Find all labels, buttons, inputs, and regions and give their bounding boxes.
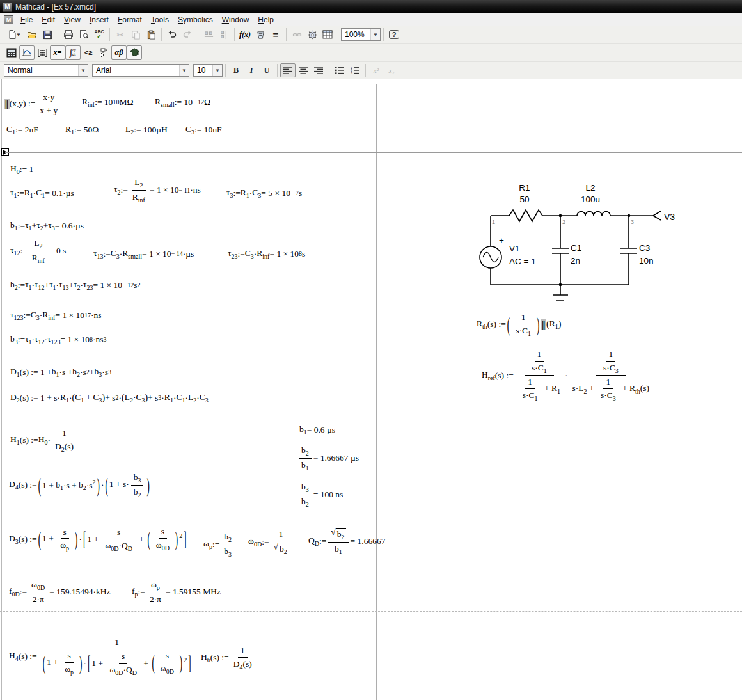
region-w0d[interactable]: ω0D := 1√b2	[248, 529, 293, 555]
font-dropdown-arrow-icon[interactable]: ▼	[179, 65, 189, 76]
region-b2b1-result[interactable]: b2b1 = 1.66667 µs	[297, 445, 359, 472]
align-down-icon	[219, 30, 229, 40]
subscript-icon: x₂	[389, 67, 395, 74]
paste-button[interactable]	[143, 28, 159, 42]
spell-check-button[interactable]: ABC✓	[91, 28, 107, 42]
bullet-list-icon	[335, 67, 344, 74]
matrix-palette-button[interactable]	[35, 45, 50, 60]
menu-view[interactable]: View	[59, 14, 85, 26]
region-b1-result[interactable]: b1 = 0.6 µs	[299, 424, 335, 436]
region-h1[interactable]: H1(s) := H0·1D2(s)	[10, 427, 78, 453]
numbered-list-button[interactable]: 123	[347, 63, 363, 77]
printer-icon	[63, 29, 74, 40]
zoom-combo[interactable]: 100% ▼	[341, 28, 381, 41]
document-icon[interactable]: M	[4, 15, 13, 24]
region-b2[interactable]: b2 := τ1·τ12 + τ1·τ13 + τ2·τ23 = 1 × 10−…	[10, 279, 141, 292]
zoom-dropdown-arrow-icon[interactable]: ▼	[370, 29, 380, 40]
toolbar-separator	[161, 28, 162, 41]
new-dropdown-arrow-icon[interactable]: ▼	[16, 32, 21, 38]
align-center-button[interactable]	[296, 63, 311, 77]
print-button[interactable]	[61, 28, 76, 42]
menu-help[interactable]: Help	[253, 14, 278, 26]
programming-palette-button[interactable]	[96, 45, 111, 60]
calculate-button[interactable]: =	[268, 28, 283, 42]
region-f0d[interactable]: f0D := ω0D2·π = 159.15494·kHz	[9, 579, 111, 605]
region-tau12[interactable]: τ12 := L2Rinf = 0 s	[10, 237, 66, 264]
align-right-button[interactable]	[311, 63, 326, 77]
menu-window[interactable]: Window	[217, 14, 254, 26]
style-dropdown-arrow-icon[interactable]: ▼	[78, 65, 88, 76]
region-tau3[interactable]: τ3 := R1·C3 = 5 × 10− 7 s	[226, 187, 302, 200]
region-rth[interactable]: Rth(s) := (1s·C1)∥(R1)	[477, 312, 561, 337]
region-wp[interactable]: ωp := b2b3	[203, 531, 236, 558]
graph-palette-button[interactable]	[19, 45, 35, 60]
region-href[interactable]: Href(s) := 1s·C11s·C1 + R1·1s·C3s·L2 + 1…	[482, 349, 654, 402]
region-c3-def[interactable]: C3 := 10nF	[186, 123, 222, 136]
region-tau2[interactable]: τ2 := L2Rinf = 1 × 10− 11·ns	[114, 177, 201, 203]
size-combo[interactable]: 10 ▼	[193, 64, 223, 77]
region-h6[interactable]: H6(s) := 1D4(s)	[201, 645, 257, 671]
print-preview-button[interactable]	[76, 28, 91, 42]
align-left-button[interactable]	[280, 63, 296, 77]
undo-arrow-icon	[167, 29, 177, 40]
region-b1[interactable]: b1 := τ1 + τ2 + τ3 = 0.6·µs	[10, 219, 84, 232]
r1-value: 50	[519, 195, 529, 204]
region-d2[interactable]: D2(s) := 1 + s·R1·(C1 + C3) + s2·(L2·C3)…	[10, 392, 209, 404]
region-b3b2-result[interactable]: b3b2 = 100 ns	[297, 481, 343, 508]
style-combo[interactable]: Normal ▼	[4, 64, 88, 77]
size-dropdown-arrow-icon[interactable]: ▼	[212, 65, 222, 76]
font-combo[interactable]: Arial ▼	[92, 64, 189, 77]
insert-unit-button[interactable]	[253, 28, 268, 42]
menu-edit[interactable]: Edit	[37, 14, 59, 26]
new-button[interactable]: ▼	[4, 28, 24, 42]
menu-tools[interactable]: Tools	[146, 14, 173, 26]
bullet-list-button[interactable]	[332, 63, 347, 77]
menu-symbolics[interactable]: Symbolics	[173, 14, 217, 26]
graph-icon	[22, 48, 32, 58]
region-qd[interactable]: QD := √b2b1 = 1.66667	[308, 527, 385, 555]
menu-format[interactable]: Format	[113, 14, 146, 26]
region-h0-def[interactable]: H0 := 1	[10, 163, 33, 176]
region-tau123[interactable]: τ123 := C3·Rinf = 1 × 1017·ns	[10, 309, 102, 322]
boolean-palette-button[interactable]: <≥	[81, 45, 96, 60]
region-rinf-def[interactable]: Rinf := 1010MΩ	[82, 96, 133, 109]
undo-button[interactable]	[164, 28, 180, 42]
region-b3[interactable]: b3 := τ1·τ12·τ123 = 1 × 108·ns3	[10, 333, 107, 346]
region-tau13[interactable]: τ13 := C3·Rsmall = 1 × 10− 14·µs	[93, 248, 194, 260]
menu-file[interactable]: File	[16, 14, 37, 26]
region-tau1[interactable]: τ1 := R1·C1 = 0.1·µs	[10, 187, 74, 200]
greek-palette-button[interactable]: αβ	[111, 45, 127, 60]
symbolic-palette-button[interactable]	[127, 45, 142, 60]
region-tau23[interactable]: τ23 := C3·Rinf = 1 × 108 s	[228, 248, 305, 260]
evaluation-palette-button[interactable]: x=	[50, 45, 65, 60]
underline-button[interactable]: U	[259, 63, 274, 77]
insert-component-button[interactable]	[304, 28, 320, 42]
insert-function-button[interactable]: f(x)	[237, 28, 253, 42]
region-r1-def[interactable]: R1 := 50Ω	[65, 123, 99, 136]
circuit-diagram[interactable]: R1 50 L2 100u + V1 AC = 1 C1 2n C3 10n V…	[467, 179, 697, 310]
region-h4[interactable]: H4(s) := 1(1 + sωp)·[1 + sω0D·QD + (sω0D…	[9, 637, 197, 676]
matrix-icon	[37, 48, 48, 58]
worksheet[interactable]: ∥(x,y) := x·yx + y Rinf := 1010MΩ Rsmall…	[0, 79, 742, 700]
style-value: Normal	[8, 66, 33, 75]
region-l2-def[interactable]: L2 := 100µH	[125, 123, 168, 136]
insert-table-button[interactable]	[320, 28, 335, 42]
save-button[interactable]	[40, 28, 55, 42]
calculus-palette-button[interactable]: ∫ dydx	[65, 45, 81, 60]
region-d1[interactable]: D1(s) := 1 + b1·s + b2·s2 + b3·s3	[10, 366, 111, 379]
align-left-icon	[283, 67, 292, 74]
region-fp[interactable]: fp := ωp2·π = 1.59155 MHz	[132, 579, 221, 605]
region-rsmall-def[interactable]: Rsmall := 10− 12Ω	[155, 96, 210, 109]
region-d4[interactable]: D4(s) := (1 + b1·s + b2·s2)·(1 + s·b3b2)	[9, 472, 151, 498]
help-button[interactable]: ?	[386, 28, 402, 42]
open-button[interactable]	[24, 28, 40, 42]
region-c1-def[interactable]: C1 := 2nF	[6, 123, 38, 136]
bold-button[interactable]: B	[228, 63, 244, 77]
size-value: 10	[197, 66, 205, 75]
italic-button[interactable]: I	[244, 63, 259, 77]
svg-text:3: 3	[351, 72, 352, 74]
menu-insert[interactable]: Insert	[85, 14, 113, 26]
calculator-palette-button[interactable]	[4, 45, 19, 60]
region-d3[interactable]: D3(s) := (1 + sωp)·[1 + sω0D·QD + (sω0D)…	[9, 526, 188, 553]
region-parallel-def[interactable]: ∥(x,y) := x·yx + y	[4, 91, 62, 116]
